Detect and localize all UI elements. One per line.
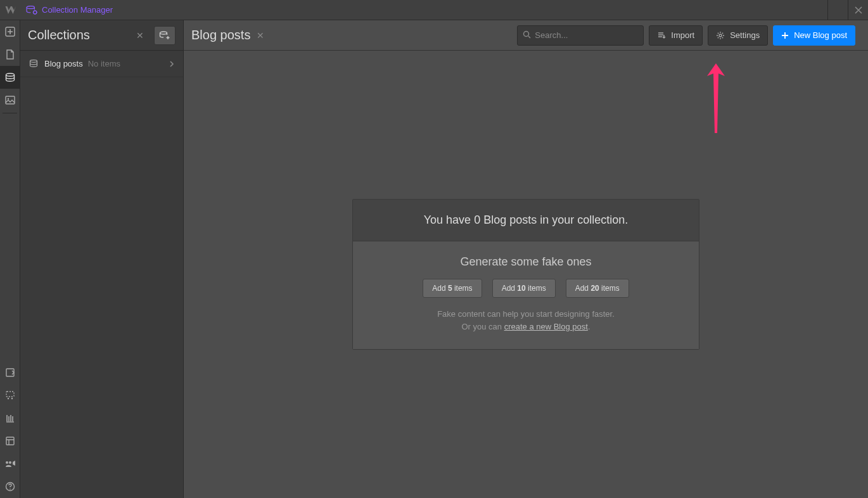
empty-state-card: You have 0 Blog posts in your collection… bbox=[352, 199, 699, 350]
cms-icon[interactable] bbox=[0, 66, 20, 89]
new-blog-post-button[interactable]: New Blog post bbox=[773, 25, 855, 46]
tool-icon-4[interactable] bbox=[0, 430, 20, 452]
close-panel-button[interactable] bbox=[848, 0, 868, 20]
content-area: Blog posts ✕ Import Settings bbox=[184, 20, 868, 498]
add-element-icon[interactable] bbox=[0, 20, 20, 43]
database-plus-icon bbox=[159, 31, 170, 40]
gear-icon bbox=[716, 31, 725, 40]
svg-point-8 bbox=[8, 398, 9, 399]
svg-point-11 bbox=[6, 461, 8, 464]
collections-title: Collections bbox=[28, 28, 131, 42]
topbar-title: Collection Manager bbox=[42, 5, 113, 15]
new-blog-post-label: New Blog post bbox=[794, 30, 847, 40]
svg-rect-7 bbox=[6, 392, 14, 397]
svg-point-12 bbox=[9, 461, 11, 464]
svg-point-15 bbox=[160, 32, 167, 34]
database-icon bbox=[29, 58, 38, 70]
create-new-link[interactable]: create a new Blog post bbox=[504, 322, 588, 331]
help-icon[interactable] bbox=[0, 475, 20, 498]
svg-point-9 bbox=[11, 398, 13, 399]
search-input[interactable] bbox=[535, 30, 641, 40]
svg-point-5 bbox=[8, 98, 9, 99]
topbar: Collection Manager bbox=[0, 0, 868, 20]
cms-gear-icon bbox=[25, 4, 38, 16]
plus-icon bbox=[781, 32, 789, 39]
topbar-spacer-button[interactable] bbox=[827, 0, 848, 20]
settings-label: Settings bbox=[730, 30, 760, 40]
settings-button[interactable]: Settings bbox=[708, 25, 768, 46]
svg-rect-6 bbox=[6, 369, 14, 376]
webflow-logo[interactable] bbox=[0, 0, 20, 20]
search-input-wrapper[interactable] bbox=[517, 25, 644, 46]
assets-icon[interactable] bbox=[0, 89, 20, 112]
svg-point-18 bbox=[719, 34, 722, 37]
collection-item-blog-posts[interactable]: Blog posts No items bbox=[20, 51, 183, 77]
annotation-arrow bbox=[703, 51, 729, 139]
import-button[interactable]: Import bbox=[649, 25, 703, 46]
add-20-items-button[interactable]: Add 20 items bbox=[566, 279, 629, 298]
add-10-items-button[interactable]: Add 10 items bbox=[492, 279, 556, 298]
svg-point-16 bbox=[30, 60, 37, 62]
chevron-right-icon bbox=[169, 58, 174, 70]
svg-point-3 bbox=[6, 73, 15, 76]
video-icon[interactable] bbox=[0, 452, 20, 475]
svg-point-14 bbox=[10, 488, 11, 490]
empty-state-note: Fake content can help you start designin… bbox=[359, 308, 692, 333]
svg-rect-4 bbox=[6, 96, 15, 104]
empty-state-headline: You have 0 Blog posts in your collection… bbox=[353, 200, 699, 241]
svg-rect-10 bbox=[6, 437, 14, 445]
close-icon bbox=[855, 6, 862, 14]
empty-state-subtitle: Generate some fake ones bbox=[359, 255, 692, 269]
import-icon bbox=[657, 32, 666, 39]
pages-icon[interactable] bbox=[0, 43, 20, 66]
left-iconbar bbox=[0, 20, 20, 498]
tool-icon-2[interactable] bbox=[0, 384, 20, 407]
svg-point-1 bbox=[34, 10, 37, 13]
collections-close-icon[interactable]: ✕ bbox=[131, 30, 149, 41]
tool-icon-1[interactable] bbox=[0, 361, 20, 384]
tool-icon-3[interactable] bbox=[0, 407, 20, 430]
collections-sidebar: Collections ✕ Blog posts No items bbox=[20, 20, 184, 498]
content-header: Blog posts ✕ Import Settings bbox=[184, 20, 868, 51]
content-close-icon[interactable]: ✕ bbox=[250, 30, 271, 41]
svg-point-0 bbox=[27, 6, 34, 8]
import-label: Import bbox=[671, 30, 694, 40]
new-collection-button[interactable] bbox=[154, 26, 176, 45]
content-title: Blog posts bbox=[191, 28, 250, 42]
search-icon bbox=[523, 30, 531, 41]
svg-point-17 bbox=[524, 31, 529, 36]
add-5-items-button[interactable]: Add 5 items bbox=[423, 279, 482, 298]
collection-item-count: No items bbox=[88, 59, 169, 68]
collection-item-name: Blog posts bbox=[44, 59, 83, 68]
